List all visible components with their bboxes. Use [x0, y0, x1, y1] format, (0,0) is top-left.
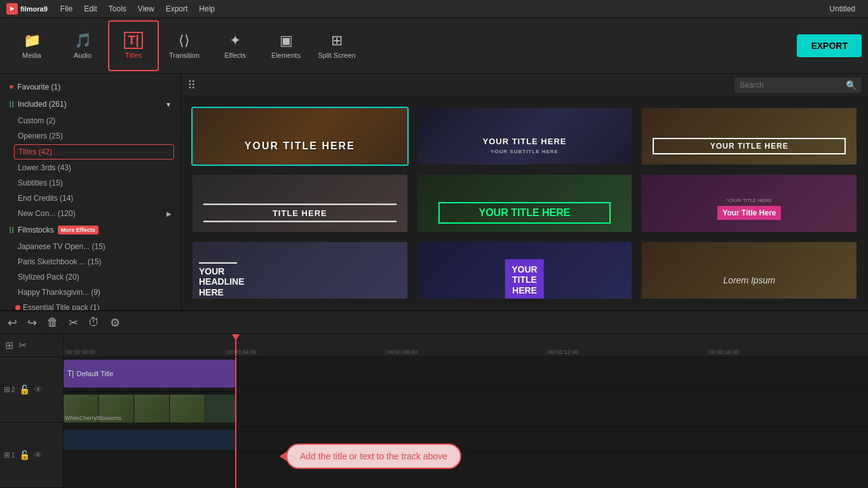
title-thumb-5: YOUR TITLE HERE Your Title Here [642, 175, 857, 233]
title-card-default[interactable]: YOUR TITLE HERE Default Title [191, 107, 409, 166]
menu-edit[interactable]: Edit [79, 3, 102, 15]
track-1-lock[interactable]: 🔓 [19, 450, 30, 460]
sidebar-item-lower3rds[interactable]: Lower 3rds (43) [0, 160, 180, 175]
chevron-down-icon: ▼ [165, 101, 172, 108]
elements-icon: ▣ [280, 32, 293, 49]
thumb-text-6: YOUR HEADLINE HERE [199, 262, 245, 297]
audio-icon: 🎵 [74, 32, 92, 49]
track-lane-2: T| Default Title [64, 357, 868, 392]
included-section[interactable]: ⁞⁞ Included (261) ▼ [0, 95, 180, 113]
menu-tools[interactable]: Tools [104, 3, 132, 15]
title-thumb-1: YOUR TITLE HERE YOUR SUBTITLE HERE [417, 108, 632, 166]
delete-button[interactable]: 🗑 [47, 316, 58, 329]
thumb-text-7: YOUR TITLE HERE [505, 259, 543, 300]
menu-export[interactable]: Export [161, 3, 193, 15]
track-controls: ⊞ ✂ ⊞ 2 🔓 👁 ⊞ 1 🔓 👁 [0, 334, 64, 488]
toolbar-titles[interactable]: T| Titles [108, 20, 159, 71]
title-card-2[interactable]: YOUR TITLE HERE YOUR SUBTITLE HERE Title… [641, 107, 858, 166]
title-card-6[interactable]: YOUR HEADLINE HERE Title 6 [191, 241, 409, 300]
ruler-mark-3: 00:00:12:00 [546, 349, 707, 355]
titles-grid: YOUR TITLE HERE Default Title YOUR TITLE… [181, 97, 868, 310]
thumb-bg-2 [642, 108, 857, 166]
track-2-lock[interactable]: 🔓 [19, 384, 30, 395]
export-button[interactable]: EXPORT [797, 34, 862, 57]
toolbar-audio-label: Audio [74, 51, 92, 59]
add-track-button[interactable]: ⊞ [5, 339, 13, 351]
track-1-eye[interactable]: 👁 [34, 450, 43, 460]
favourite-label: Favourite (1) [17, 83, 60, 92]
filmstocks-section[interactable]: ⁞⁞ Filmstocks More Effects [0, 221, 180, 239]
timeline-body: ⊞ ✂ ⊞ 2 🔓 👁 ⊞ 1 🔓 👁 [0, 334, 868, 488]
video-thumb-strip: WhiteCherryBlossoms [64, 395, 235, 423]
search-icon: 🔍 [846, 80, 857, 90]
sidebar-item-japanese[interactable]: Japanese TV Open... (15) [0, 239, 180, 254]
duration-button[interactable]: ⏱ [88, 316, 100, 329]
sidebar-item-stylized[interactable]: Stylized Pack (20) [0, 269, 180, 285]
menu-view[interactable]: View [133, 3, 159, 15]
sidebar-item-subtitles[interactable]: Subtitles (15) [0, 175, 180, 191]
playhead[interactable] [235, 334, 236, 356]
media-icon: 📁 [24, 32, 41, 49]
video-thumb-4 [170, 395, 205, 423]
toolbar-transition[interactable]: ⟨⟩ Transition [159, 20, 210, 71]
title-card-5[interactable]: YOUR TITLE HERE Your Title Here Title 5 [641, 173, 858, 233]
track-control-1: ⊞ 1 🔓 👁 [0, 423, 63, 488]
track-control-2: ⊞ 2 🔓 👁 [0, 357, 63, 423]
sidebar-item-custom[interactable]: Custom (2) [0, 113, 180, 128]
title-thumb-7: YOUR TITLE HERE [417, 242, 632, 300]
playhead-triangle [232, 334, 240, 341]
title-thumb-6: YOUR HEADLINE HERE [193, 242, 407, 300]
toolbar-audio[interactable]: 🎵 Audio [57, 20, 108, 71]
redo-button[interactable]: ↪ [27, 316, 37, 330]
more-effects-badge[interactable]: More Effects [58, 226, 98, 234]
logo-icon: ▶ [6, 3, 18, 15]
video-thumb-3 [135, 395, 170, 423]
sidebar-item-openers[interactable]: Openers (25) [0, 128, 180, 144]
title-clip-icon: T| [67, 369, 74, 378]
included-dots-icon: ⁞⁞ [9, 99, 14, 109]
toolbar-media[interactable]: 📁 Media [6, 20, 57, 71]
toolbar-splitscreen[interactable]: ⊞ Split Screen [311, 20, 362, 71]
undo-button[interactable]: ↩ [8, 316, 17, 330]
track-clip-video[interactable]: WhiteCherryBlossoms [64, 395, 235, 423]
timeline-toolbar: ↩ ↪ 🗑 ✂ ⏱ ⚙ [0, 311, 868, 334]
favourite-item[interactable]: ♥ Favourite (1) [0, 79, 180, 95]
title-thumb-2: YOUR TITLE HERE YOUR SUBTITLE HERE [642, 108, 857, 166]
title-card-4[interactable]: YOUR TITLE HERE Title 4 [416, 173, 634, 233]
sidebar-item-newcon[interactable]: New Con... (120) ▶ [0, 206, 180, 221]
toolbar-effects[interactable]: ✦ Effects [210, 20, 261, 71]
track-1-icon: ⊞ [4, 451, 10, 459]
settings-button[interactable]: ⚙ [110, 316, 120, 330]
toolbar-elements[interactable]: ▣ Elements [261, 20, 311, 71]
track-2-label: ⊞ 2 [4, 385, 15, 394]
thumb-text-4: YOUR TITLE HERE [438, 202, 610, 224]
sidebar-item-endcredits[interactable]: End Credits (14) [0, 191, 180, 206]
effects-icon: ✦ [229, 32, 241, 49]
project-title: Untitled [829, 4, 862, 13]
menu-file[interactable]: File [55, 3, 78, 15]
title-card-1[interactable]: YOUR TITLE HERE YOUR SUBTITLE HERE Title… [416, 107, 634, 166]
timeline-ruler: 00:00:00:00 00:00:04:00 00:00:08:00 00:0… [64, 334, 868, 357]
sidebar-item-paris[interactable]: Paris Sketchbook ... (15) [0, 254, 180, 269]
content-toolbar: ⠿ 🔍 [181, 74, 868, 97]
sidebar-item-essential[interactable]: Essential Title pack (1) [0, 300, 180, 310]
track-clip-audio[interactable] [64, 430, 235, 450]
title-card-7[interactable]: YOUR TITLE HERE Title 7 [416, 241, 634, 300]
search-input[interactable] [740, 81, 843, 90]
sidebar-item-titles[interactable]: Titles (42) [14, 144, 174, 159]
menu-help[interactable]: Help [194, 3, 220, 15]
included-label: Included (261) [18, 100, 165, 109]
grid-view-icon[interactable]: ⠿ [187, 78, 196, 92]
filmstocks-label: Filmstocks [18, 226, 54, 234]
track-2-eye[interactable]: 👁 [34, 384, 43, 395]
cut-track-button[interactable]: ✂ [18, 339, 27, 351]
main-area: ♥ Favourite (1) ⁞⁞ Included (261) ▼ Cust… [0, 74, 868, 310]
heart-icon: ♥ [9, 83, 13, 92]
thumb-bg-5 [642, 175, 857, 233]
sidebar-item-thanksgiving[interactable]: Happy Thanksgivin... (9) [0, 285, 180, 300]
cut-button[interactable]: ✂ [69, 316, 78, 330]
title-card-8[interactable]: Lorem Ipsum Title 8 [641, 241, 858, 300]
title-card-3[interactable]: TITLE HERE Title 3 [191, 173, 409, 233]
track-clip-title[interactable]: T| Default Title [64, 360, 235, 388]
app-logo: ▶ filmora9 [6, 3, 48, 15]
